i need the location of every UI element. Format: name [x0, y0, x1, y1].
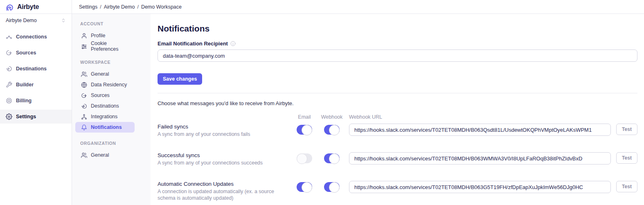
- connections-icon: [6, 34, 12, 40]
- wrench-icon: [6, 81, 12, 88]
- notification-rows: Failed syncs A sync from any of your con…: [158, 124, 637, 201]
- notification-row: Successful syncs A sync from any of your…: [158, 152, 637, 166]
- breadcrumb-settings[interactable]: Settings: [79, 4, 97, 10]
- sidebar-item-label: Settings: [16, 114, 36, 119]
- breadcrumb-workspace[interactable]: Demo Workspace: [141, 4, 182, 10]
- destination-icon: [6, 65, 12, 72]
- row-label-cell: Successful syncs A sync from any of your…: [158, 152, 297, 166]
- email-toggle[interactable]: [297, 125, 312, 135]
- sliders-icon: [81, 43, 87, 50]
- settings-section-organization: ORGANIZATION General: [72, 141, 151, 160]
- page-title: Notifications: [158, 24, 637, 34]
- email-recipient-label: Email Notification Recipient: [158, 41, 228, 47]
- sidebar-item-label: Sources: [16, 50, 36, 56]
- sidebar-item-builder[interactable]: Builder: [0, 78, 72, 92]
- info-icon[interactable]: [230, 41, 236, 46]
- webhook-toggle[interactable]: [324, 125, 340, 135]
- row-name: Failed syncs: [158, 124, 288, 130]
- workspace-selector[interactable]: Airbyte Demo: [0, 14, 72, 27]
- gear-icon: [6, 113, 12, 120]
- sidebar-item-destinations[interactable]: Destinations: [0, 62, 72, 76]
- settings-item-general[interactable]: General: [75, 69, 135, 79]
- settings-item-cookie-preferences[interactable]: Cookie Preferences: [75, 41, 135, 52]
- webhook-column-header: Webhook: [324, 114, 340, 120]
- breadcrumb-separator: /: [137, 4, 138, 10]
- settings-item-data-residency[interactable]: Data Residency: [75, 79, 135, 90]
- settings-item-label: Profile: [91, 33, 105, 38]
- workspace-name: Airbyte Demo: [6, 18, 37, 23]
- sidebar-item-label: Destinations: [16, 66, 47, 72]
- settings-section-account: ACCOUNT Profile Cookie Preferences: [72, 21, 151, 52]
- save-changes-button[interactable]: Save changes: [158, 73, 202, 85]
- notifications-table-header: Email Webhook Webhook URL: [158, 114, 637, 120]
- sidebar-item-label: Connections: [16, 34, 47, 40]
- row-description: A sync from any of your connections succ…: [158, 160, 288, 166]
- sidebar-item-settings[interactable]: Settings: [0, 110, 72, 124]
- section-divider: [158, 93, 637, 93]
- webhook-toggle[interactable]: [324, 182, 340, 192]
- settings-section-workspace: WORKSPACE General Data Residency Sources: [72, 60, 151, 133]
- sidebar-item-sources[interactable]: Sources: [0, 46, 72, 60]
- notification-row: Failed syncs A sync from any of your con…: [158, 124, 637, 137]
- sidebar-item-label: Billing: [16, 98, 32, 104]
- settings-item-label: Destinations: [91, 103, 119, 109]
- row-label-cell: Automatic Connection Updates A connectio…: [158, 181, 297, 201]
- email-column-header: Email: [297, 114, 312, 120]
- logo-row[interactable]: Airbyte: [0, 0, 72, 14]
- breadcrumb-workspace-org[interactable]: Airbyte Demo: [104, 4, 135, 10]
- settings-item-label: Integrations: [91, 114, 117, 119]
- users-icon: [81, 71, 87, 77]
- settings-item-label: Notifications: [91, 124, 122, 130]
- notifications-page: Notifications Email Notification Recipie…: [151, 14, 644, 205]
- section-title: WORKSPACE: [72, 60, 151, 65]
- settings-item-destinations[interactable]: Destinations: [75, 101, 135, 111]
- chevron-up-down-icon: [61, 18, 66, 23]
- breadcrumb-separator: /: [100, 4, 101, 10]
- coin-icon: [6, 97, 12, 104]
- email-recipient-input[interactable]: [158, 50, 637, 62]
- settings-item-label: Cookie Preferences: [91, 41, 135, 52]
- main-sidebar: Airbyte Airbyte Demo Connections Sources: [0, 0, 72, 205]
- bell-icon: [81, 124, 87, 131]
- settings-item-notifications[interactable]: Notifications: [75, 122, 135, 133]
- airbyte-logo-icon: [5, 2, 14, 11]
- webhook-toggle[interactable]: [324, 153, 340, 163]
- email-toggle[interactable]: [297, 182, 312, 192]
- row-name: Successful syncs: [158, 152, 288, 158]
- settings-item-integrations[interactable]: Integrations: [75, 111, 135, 122]
- globe-icon: [81, 82, 87, 88]
- settings-item-org-general[interactable]: General: [75, 150, 135, 160]
- primary-nav: Connections Sources Destinations Builder: [0, 30, 72, 126]
- section-title: ORGANIZATION: [72, 141, 151, 146]
- settings-item-profile[interactable]: Profile: [75, 30, 135, 41]
- row-label-cell: Failed syncs A sync from any of your con…: [158, 124, 297, 137]
- sidebar-item-connections[interactable]: Connections: [0, 30, 72, 44]
- test-button[interactable]: Test: [616, 152, 637, 164]
- webhook-url-input[interactable]: [349, 124, 611, 136]
- section-title: ACCOUNT: [72, 21, 151, 26]
- notifications-description: Choose what messages you'd like to recei…: [158, 100, 637, 106]
- user-icon: [81, 33, 87, 39]
- app-window: Airbyte Airbyte Demo Connections Sources: [0, 0, 644, 205]
- webhook-url-input[interactable]: [349, 152, 611, 164]
- row-description: A connection is updated automatically (e…: [158, 188, 288, 201]
- settings-item-label: General: [91, 71, 109, 77]
- topbar: Settings / Airbyte Demo / Demo Workspace: [72, 0, 644, 14]
- settings-item-label: Data Residency: [91, 82, 127, 88]
- webhook-url-input[interactable]: [349, 181, 611, 193]
- settings-item-sources[interactable]: Sources: [75, 90, 135, 101]
- settings-item-label: Sources: [91, 92, 110, 98]
- sidebar-item-billing[interactable]: Billing: [0, 94, 72, 108]
- source-icon: [6, 50, 12, 56]
- destination-icon: [81, 103, 87, 109]
- row-name: Automatic Connection Updates: [158, 181, 288, 187]
- test-button[interactable]: Test: [616, 124, 637, 135]
- settings-nav: ACCOUNT Profile Cookie Preferences WORKS…: [72, 14, 151, 205]
- test-button[interactable]: Test: [616, 181, 637, 192]
- source-icon: [81, 92, 87, 99]
- row-description: A sync from any of your connections fail…: [158, 131, 288, 137]
- email-toggle[interactable]: [297, 153, 312, 163]
- network-icon: [81, 114, 87, 120]
- breadcrumb: Settings / Airbyte Demo / Demo Workspace: [79, 4, 182, 10]
- users-icon: [81, 152, 87, 158]
